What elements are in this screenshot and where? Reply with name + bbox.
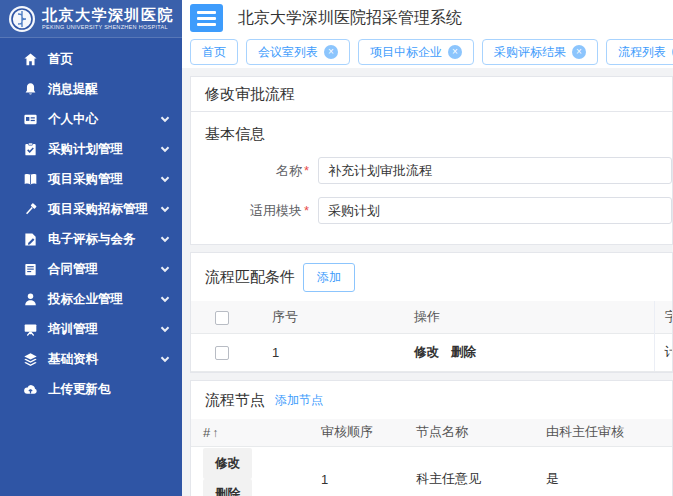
nodes-table-header-row: #↑ 审核顺序 节点名称 由科主任审核 [191,419,672,447]
tab-evaluation-result[interactable]: 采购评标结果 × [482,39,598,65]
sidebar-item-label: 采购计划管理 [48,141,162,158]
chevron-down-icon [161,233,169,241]
condition-field-value: 计划类型 [654,333,672,371]
edit-condition-link[interactable]: 修改 [414,345,439,359]
topbar: 北京大学深圳医院招采管理系统 [182,0,673,36]
row-checkbox[interactable] [215,346,229,360]
cloud-upload-icon [22,381,38,397]
node-order: 1 [309,447,404,496]
match-conditions-section-title: 流程匹配条件 [205,268,295,287]
name-field-row: 名称* [205,157,672,184]
sidebar-item-label: 项目采购招标管理 [48,201,162,218]
sidebar-item-contract[interactable]: 合同管理 [0,254,182,284]
column-header-node-name: 节点名称 [404,419,534,447]
basic-info-card: 基本信息 名称* 适用模块* [190,111,673,245]
tab-meeting-room-list[interactable]: 会议室列表 × [246,39,350,65]
hospital-logo: 北京大学深圳医院 PEKING UNIVERSITY SHENZHEN HOSP… [0,0,182,38]
sidebar-item-label: 培训管理 [48,321,162,338]
clipboard-check-icon [22,141,38,157]
book-icon [22,171,38,187]
tab-label: 会议室列表 [258,44,318,61]
close-icon[interactable]: × [448,45,462,59]
column-header-index[interactable]: #↑ [191,419,309,447]
contract-icon [22,261,38,277]
sidebar-item-purchase-plan[interactable]: 采购计划管理 [0,134,182,164]
sidebar-item-personal-center[interactable]: 个人中心 [0,104,182,134]
home-icon [22,51,38,67]
app-window: 北京大学深圳医院 PEKING UNIVERSITY SHENZHEN HOSP… [0,0,673,496]
chevron-down-icon [161,143,169,151]
sidebar-item-label: 投标企业管理 [48,291,162,308]
hospital-name: 北京大学深圳医院 [42,7,174,24]
process-nodes-section-title: 流程节点 [205,391,265,410]
node-table-row: 修改 删除 1 科主任意见 是 [191,447,672,496]
tab-bar: 首页 会议室列表 × 项目中标企业 × 采购评标结果 × 流程列表 × 流程 × [182,36,673,68]
chevron-down-icon [161,323,169,331]
tab-home[interactable]: 首页 [190,39,238,65]
tab-process-list[interactable]: 流程列表 × [606,39,673,65]
column-header-operation: 操作 [413,301,654,333]
name-field-label: 名称* [205,162,309,180]
delete-condition-link[interactable]: 删除 [451,345,476,359]
sidebar-item-bidder-enterprise[interactable]: 投标企业管理 [0,284,182,314]
close-icon[interactable]: × [572,45,586,59]
sidebar-item-label: 基础资料 [48,351,162,368]
sidebar-item-project-purchase[interactable]: 项目采购管理 [0,164,182,194]
node-dept-head-review: 是 [534,447,672,496]
id-card-icon [22,111,38,127]
page-title: 修改审批流程 [205,85,295,104]
match-conditions-header: 流程匹配条件 添加 [191,253,672,301]
module-field-label: 适用模块* [205,202,309,220]
required-marker: * [304,163,309,178]
delete-node-button[interactable]: 删除 [203,479,252,496]
sidebar-item-label: 消息提醒 [48,81,168,98]
select-all-checkbox[interactable] [215,311,229,325]
process-nodes-header: 流程节点 添加节点 [191,381,672,419]
column-header-field: 字段 [654,301,672,333]
layers-icon [22,351,38,367]
sidebar-item-label: 个人中心 [48,111,162,128]
tab-label: 流程列表 [618,44,666,61]
basic-info-section-title: 基本信息 [205,125,672,144]
sidebar-item-label: 电子评标与会务 [48,231,162,248]
person-icon [22,291,38,307]
presentation-icon [22,321,38,337]
content-area: 修改审批流程 基本信息 名称* 适用模块* 流程匹配条件 添加 [182,68,673,496]
sidebar-item-e-evaluation[interactable]: 电子评标与会务 [0,224,182,254]
hospital-name-en: PEKING UNIVERSITY SHENZHEN HOSPITAL [42,24,174,30]
module-input[interactable] [318,197,672,224]
edit-node-button[interactable]: 修改 [203,448,252,479]
add-condition-button[interactable]: 添加 [303,263,355,292]
sidebar-item-base-data[interactable]: 基础资料 [0,344,182,374]
column-header-no: 序号 [271,301,413,333]
match-conditions-table: 序号 操作 字段 1 修改 删除 计划 [191,301,672,372]
sidebar-item-label: 项目采购管理 [48,171,162,188]
sidebar-item-upload-package[interactable]: 上传更新包 [0,374,182,404]
close-icon[interactable]: × [324,45,338,59]
sidebar-nav: 首页 消息提醒 个人中心 采购计划管理 项目采购管理 [0,38,182,404]
system-title: 北京大学深圳医院招采管理系统 [238,8,462,29]
hospital-name-block: 北京大学深圳医院 PEKING UNIVERSITY SHENZHEN HOSP… [42,7,174,30]
sidebar-item-project-bidding[interactable]: 项目采购招标管理 [0,194,182,224]
hamburger-menu-button[interactable] [190,4,223,32]
module-field-row: 适用模块* [205,197,672,224]
match-conditions-card: 流程匹配条件 添加 序号 操作 字段 [190,252,673,373]
chevron-down-icon [161,113,169,121]
chevron-down-icon [161,353,169,361]
chevron-down-icon [161,203,169,211]
match-table-header-row: 序号 操作 字段 [191,301,672,333]
bell-icon [22,81,38,97]
sidebar-item-label: 合同管理 [48,261,162,278]
process-nodes-table: #↑ 审核顺序 节点名称 由科主任审核 修改 删除 1 [191,419,672,496]
tab-label: 采购评标结果 [494,44,566,61]
gavel-icon [22,201,38,217]
sidebar-item-label: 首页 [48,51,168,68]
tab-winning-enterprise[interactable]: 项目中标企业 × [358,39,474,65]
sidebar-item-home[interactable]: 首页 [0,44,182,74]
sidebar-item-messages[interactable]: 消息提醒 [0,74,182,104]
name-input[interactable] [318,157,672,184]
tab-label: 项目中标企业 [370,44,442,61]
condition-no: 1 [271,333,413,371]
sidebar-item-training[interactable]: 培训管理 [0,314,182,344]
add-node-link[interactable]: 添加节点 [275,392,323,409]
